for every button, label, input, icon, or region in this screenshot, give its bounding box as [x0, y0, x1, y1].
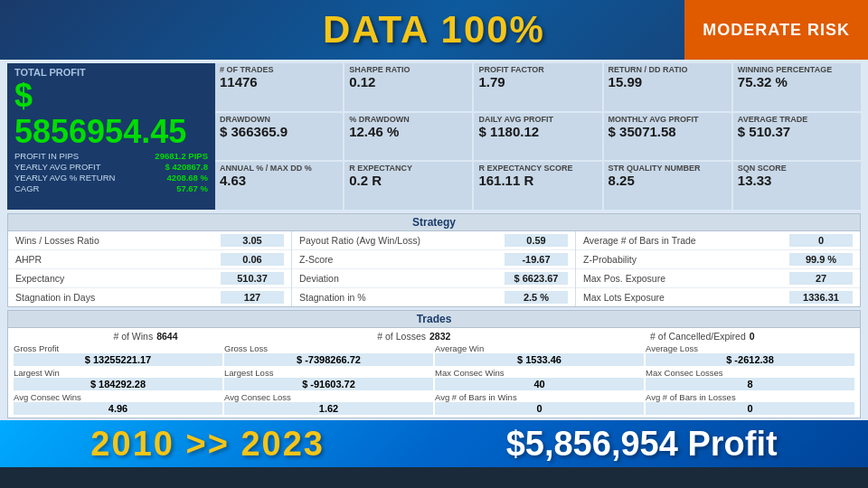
stat-cell-1: SHARPE RATIO0.12	[344, 63, 472, 111]
trades-grid-value-7: 8	[646, 378, 854, 390]
page-title: DATA 100%	[323, 8, 545, 52]
strategy-col1-value-0: 3.05	[221, 234, 284, 247]
total-profit-value: $ 5856954.45	[14, 78, 208, 149]
strategy-col2-label-1: Z-Score	[299, 254, 333, 265]
stat-label-12: R EXPECTANCY SCORE	[478, 164, 597, 173]
yearly-pct-row: YEARLY AVG % RETURN 4208.68 %	[14, 173, 208, 183]
strategy-col2-value-1: -19.67	[505, 253, 568, 266]
strategy-body: Wins / Losses Ratio3.05AHPR0.06Expectanc…	[8, 231, 860, 306]
yearly-avg-label: YEARLY AVG PROFIT	[14, 162, 101, 172]
stat-cell-5: DRAWDOWN$ 366365.9	[215, 113, 343, 161]
trades-grid-item-10: Avg # of Bars in Wins0	[435, 392, 644, 415]
strategy-col2-label-3: Stagnation in %	[299, 292, 366, 303]
profit-pips-value: 29681.2 PIPS	[155, 151, 208, 161]
stat-cell-7: DAILY AVG PROFIT$ 1180.12	[474, 113, 601, 161]
stat-value-13: 8.25	[609, 173, 727, 188]
strategy-col3: Average # of Bars in Trade0Z-Probability…	[576, 231, 860, 306]
stat-value-1: 0.12	[349, 74, 467, 89]
strategy-col1-value-2: 510.37	[221, 272, 284, 285]
trades-grid-label-1: Gross Loss	[224, 343, 433, 353]
strategy-col1-label-0: Wins / Losses Ratio	[15, 235, 99, 246]
stat-value-11: 0.2 R	[349, 173, 467, 188]
trades-body: # of Wins8644# of Losses2832# of Cancell…	[8, 328, 860, 418]
stat-cell-10: ANNUAL % / MAX DD %4.63	[215, 162, 343, 210]
yearly-avg-row: YEARLY AVG PROFIT $ 420867.8	[14, 162, 208, 172]
profit-pips-label: PROFIT IN PIPS	[14, 151, 79, 161]
strategy-col3-label-1: Z-Probability	[583, 254, 637, 265]
profit-pips-row: PROFIT IN PIPS 29681.2 PIPS	[14, 151, 208, 161]
trades-grid-value-9: 1.62	[224, 402, 433, 415]
strategy-col1-value-3: 127	[221, 291, 284, 304]
stat-cell-9: AVERAGE TRADE$ 510.37	[733, 113, 861, 161]
strategy-col2-row-0: Payout Ratio (Avg Win/Loss)0.59	[292, 231, 575, 250]
strategy-col2-row-1: Z-Score-19.67	[292, 250, 575, 269]
stat-label-14: SQN SCORE	[738, 164, 856, 173]
trades-grid-value-11: 0	[646, 402, 854, 415]
stat-cell-8: MONTHLY AVG PROFIT$ 35071.58	[604, 113, 731, 161]
strategy-col1: Wins / Losses Ratio3.05AHPR0.06Expectanc…	[8, 231, 292, 306]
strategy-col3-label-0: Average # of Bars in Trade	[583, 235, 696, 246]
stat-cell-4: WINNING PERCENTAGE75.32 %	[733, 63, 861, 111]
strategy-col3-label-3: Max Lots Exposure	[583, 292, 665, 303]
trades-grid-item-8: Avg Consec Wins4.96	[14, 392, 222, 415]
trades-row1-label-1: # of Losses	[377, 331, 426, 342]
trades-grid-value-4: $ 184292.28	[14, 378, 222, 390]
stat-cell-12: R EXPECTANCY SCORE161.11 R	[474, 162, 601, 210]
strategy-col3-row-2: Max Pos. Exposure27	[576, 269, 860, 288]
strategy-col3-row-1: Z-Probability99.9 %	[576, 250, 860, 269]
stat-value-6: 12.46 %	[349, 124, 467, 139]
trades-grid-item-6: Max Consec Wins40	[435, 368, 644, 390]
cagr-value: 57.67 %	[176, 183, 208, 193]
trades-grid-item-7: Max Consec Losses8	[646, 368, 854, 390]
strategy-title: Strategy	[8, 214, 860, 231]
trades-row1-value-1: 2832	[429, 331, 450, 342]
stat-label-1: SHARPE RATIO	[349, 65, 467, 74]
trades-grid-value-5: $ -91603.72	[224, 378, 433, 390]
strategy-col3-value-1: 99.9 %	[789, 253, 853, 266]
trades-grid-label-0: Gross Profit	[14, 343, 222, 353]
stat-cell-6: % DRAWDOWN12.46 %	[344, 113, 472, 161]
trades-title: Trades	[8, 311, 860, 328]
stat-label-7: DAILY AVG PROFIT	[478, 115, 597, 124]
stat-value-5: $ 366365.9	[220, 124, 338, 139]
stat-value-12: 161.11 R	[478, 173, 597, 188]
stat-label-6: % DRAWDOWN	[349, 115, 467, 124]
trades-grid-item-2: Average Win$ 1533.46	[435, 343, 644, 366]
yearly-pct-value: 4208.68 %	[167, 173, 208, 183]
strategy-col1-label-1: AHPR	[15, 254, 42, 265]
stat-label-9: AVERAGE TRADE	[738, 115, 856, 124]
footer-profit: $5,856,954 Profit	[506, 425, 778, 464]
strategy-col1-row-3: Stagnation in Days127	[8, 288, 291, 306]
risk-badge: MODERATE RISK	[684, 0, 868, 60]
stat-value-3: 15.99	[609, 74, 727, 89]
strategy-col2-row-3: Stagnation in %2.5 %	[292, 288, 575, 306]
trades-grid: Gross Profit$ 13255221.17Gross Loss$ -73…	[14, 343, 854, 415]
stat-label-13: STR QUALITY NUMBER	[609, 164, 727, 173]
trades-grid-item-0: Gross Profit$ 13255221.17	[14, 343, 222, 366]
strategy-col1-value-1: 0.06	[221, 253, 284, 266]
trades-grid-label-2: Average Win	[435, 343, 644, 353]
total-profit-box: TOTAL PROFIT $ 5856954.45 PROFIT IN PIPS…	[7, 63, 215, 210]
trades-grid-item-11: Avg # of Bars in Losses0	[646, 392, 854, 415]
trades-grid-value-6: 40	[435, 378, 644, 390]
stat-label-10: ANNUAL % / MAX DD %	[220, 164, 338, 173]
trades-grid-item-3: Average Loss$ -2612.38	[646, 343, 854, 366]
stat-cell-14: SQN SCORE13.33	[733, 162, 861, 210]
trades-row1-label-2: # of Cancelled/Expired	[650, 331, 746, 342]
footer: 2010 >> 2023 $5,856,954 Profit	[0, 420, 868, 467]
strategy-col1-row-1: AHPR0.06	[8, 250, 291, 269]
trades-grid-item-1: Gross Loss$ -7398266.72	[224, 343, 433, 366]
stat-value-8: $ 35071.58	[609, 124, 727, 139]
main-content: TOTAL PROFIT $ 5856954.45 PROFIT IN PIPS…	[0, 60, 868, 420]
trades-grid-item-5: Largest Loss$ -91603.72	[224, 368, 433, 390]
trades-grid-value-1: $ -7398266.72	[224, 353, 433, 366]
trades-row1-cell-2: # of Cancelled/Expired0	[650, 331, 755, 342]
strategy-col2-value-3: 2.5 %	[505, 291, 568, 304]
stat-cell-2: PROFIT FACTOR1.79	[474, 63, 601, 111]
strategy-col3-row-0: Average # of Bars in Trade0	[576, 231, 860, 250]
trades-row1-value-2: 0	[750, 331, 755, 342]
strategy-col3-label-2: Max Pos. Exposure	[583, 273, 665, 284]
yearly-avg-value: $ 420867.8	[165, 162, 208, 172]
stat-value-4: 75.32 %	[738, 74, 856, 89]
trades-grid-label-3: Average Loss	[646, 343, 854, 353]
